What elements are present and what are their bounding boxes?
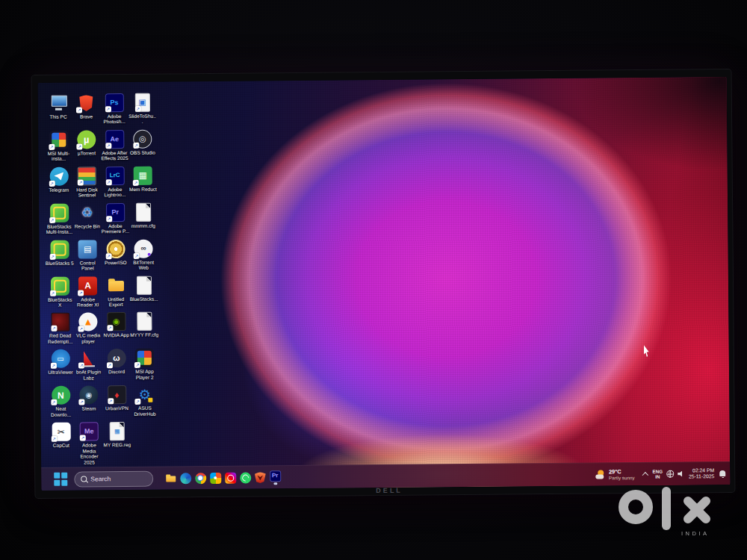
desktop-icon-bluestacks-x[interactable]: ↗BlueStacks X [46, 276, 74, 308]
desktop-icon-steam[interactable]: ◉↗Steam [75, 385, 103, 411]
premiere-pro-icon: Pr [270, 470, 281, 482]
taskbar-icon-whatsapp[interactable] [238, 468, 252, 488]
desktop-icon-bluestacks-file[interactable]: BlueStacks... [129, 276, 158, 302]
desktop-icon-bluestacks-multi[interactable]: ↗BlueStacks Multi-Insta... [45, 203, 73, 234]
desktop-icon-mem-reduct[interactable]: ▦↗Mem Reduct [128, 166, 157, 192]
desktop-icon-control-panel[interactable]: ▤Control Panel [73, 240, 102, 271]
desktop-icon-ultraviewer[interactable]: ▭↗UltraViewer [46, 349, 75, 376]
desktop-icon-this-pc[interactable]: This PC [44, 94, 72, 120]
shortcut-arrow-icon: ↗ [51, 399, 57, 405]
desktop-icon-adobe-after-effects[interactable]: Ae↗Adobe After Effects 2025 [100, 130, 128, 161]
taskbar-icon-photos[interactable] [208, 468, 222, 488]
monitor: This PC↗BravePs↗Adobe Photosh...▣↗SlideT… [31, 69, 736, 499]
desktop-icon-obs-studio[interactable]: ◎↗OBS Studio [128, 130, 157, 156]
desktop-icon-bittorrent-web[interactable]: ∞↗BitTorrent Web [129, 239, 158, 270]
taskbar-icon-edge[interactable] [179, 468, 192, 488]
search-input[interactable]: Search [74, 470, 153, 487]
desktop-icon-urbanvpn[interactable]: ♦↗UrbanVPN [102, 385, 131, 411]
desktop-icon-label: Recycle Bin [75, 223, 100, 229]
shortcut-arrow-icon: ↗ [133, 143, 139, 149]
shortcut-arrow-icon: ↗ [134, 362, 140, 368]
notification-bell-icon[interactable] [719, 470, 725, 476]
shortcut-arrow-icon: ↗ [49, 181, 55, 187]
edge-icon [180, 473, 191, 484]
language-indicator[interactable]: ENG IN [652, 468, 663, 479]
desktop-icon-adobe-premiere[interactable]: Pr↗Adobe Premiere P... [101, 203, 129, 234]
desktop-icon-asus-driverhub[interactable]: ⚙↗ASUS DriverHub [131, 385, 159, 417]
taskbar-icon-security-app[interactable] [253, 467, 267, 487]
network-icon[interactable] [666, 470, 674, 478]
desktop-icon-utorrent[interactable]: µ↗µTorrent [72, 130, 101, 156]
desktop-icon-adobe-reader-xi[interactable]: A↗Adobe Reader XI [73, 276, 102, 308]
shortcut-arrow-icon: ↗ [49, 217, 55, 223]
weather-widget[interactable]: 29°C Partly sunny [595, 468, 635, 481]
desktop-icon-mmmm-cfg[interactable]: mmmm.cfg [129, 202, 158, 228]
desktop-icon-telegram[interactable]: ↗Telegram [45, 167, 73, 193]
tray-overflow-chevron-icon[interactable] [642, 472, 648, 478]
desktop-icon-vlc-media-player[interactable]: ▲↗VLC media player [74, 313, 102, 344]
shortcut-arrow-icon: ↗ [51, 326, 57, 332]
desktop-icon-label: Mem Reduct [129, 186, 157, 192]
desktop-icon-boat-plugin-labz[interactable]: ↗boAt Plugin Labz [74, 349, 102, 381]
monitor-brand-logo: DELL [376, 487, 403, 494]
vlc-media-player-icon: ▲↗ [78, 313, 97, 332]
taskbar-icon-premiere-pro[interactable]: Pr [268, 467, 282, 487]
bittorrent-web-icon: ∞↗ [134, 239, 152, 258]
instagram-icon [225, 472, 236, 483]
desktop-icon-nvidia-app[interactable]: ◉↗NVIDIA App [102, 312, 130, 338]
nvidia-app-icon: ◉↗ [107, 312, 125, 331]
desktop-icon-untitled-export[interactable]: Untitled Export [102, 276, 130, 307]
start-button[interactable] [53, 472, 68, 487]
shortcut-arrow-icon: ↗ [134, 252, 140, 258]
adobe-after-effects-icon: Ae↗ [105, 130, 124, 149]
desktop-icon-discord[interactable]: ω↗Discord [102, 349, 131, 375]
clock[interactable]: 02:24 PM 25-11-2025 [689, 467, 714, 480]
desktop-icon-msi-multi-instance[interactable]: ↗MSI Multi-insta... [44, 131, 72, 162]
desktop-icon-label: Red Dead Redempti... [46, 333, 75, 344]
running-indicator [273, 482, 277, 485]
neat-download-icon: N↗ [52, 386, 70, 405]
shortcut-arrow-icon: ↗ [106, 362, 112, 368]
shortcut-arrow-icon: ↗ [50, 290, 56, 296]
desktop-icon-slidetoshu[interactable]: ▣↗SlideToShu... [128, 93, 156, 125]
desktop-icon-my-reg[interactable]: ▦MY REG.reg [103, 422, 131, 448]
desktop-icon-label: BlueStacks... [130, 296, 158, 302]
adobe-premiere-icon: Pr↗ [106, 203, 125, 222]
shortcut-arrow-icon: ↗ [78, 399, 84, 405]
desktop-icon-recycle-bin[interactable]: ♻Recycle Bin [73, 203, 102, 229]
shortcut-arrow-icon: ↗ [80, 435, 86, 441]
desktop-icon-label: Hard Disk Sentinel [72, 187, 101, 198]
shortcut-arrow-icon: ↗ [107, 326, 113, 332]
weather-description: Partly sunny [609, 475, 635, 481]
whatsapp-icon [240, 472, 251, 483]
taskbar-icon-chrome[interactable] [193, 468, 207, 488]
desktop-icon-capcut[interactable]: ✂↗CapCut [47, 423, 75, 449]
desktop-icon-red-dead-redemption[interactable]: ↗Red Dead Redempti... [46, 313, 74, 344]
shortcut-arrow-icon: ↗ [78, 326, 84, 332]
taskbar-icon-file-explorer[interactable] [164, 468, 177, 488]
adobe-reader-xi-icon: A↗ [78, 276, 97, 295]
desktop-icon-adobe-photoshop[interactable]: Ps↗Adobe Photosh... [100, 93, 128, 125]
shortcut-arrow-icon: ↗ [105, 179, 111, 185]
bluestacks-file-icon [136, 276, 151, 294]
desktop-icon-label: BlueStacks Multi-Insta... [45, 223, 73, 234]
system-tray: 29°C Partly sunny ENG IN 02:24 PM 25-11-… [595, 462, 731, 486]
bluestacks-multi-icon: ↗ [50, 203, 69, 222]
desktop-icon-poweriso[interactable]: ↗PowerISO [101, 240, 129, 266]
desktop-icon-adobe-lightroom[interactable]: LrC↗Adobe Lightroo... [101, 167, 129, 198]
myyy-ff-cfg-icon [137, 312, 152, 331]
language-line1: ENG [652, 468, 662, 474]
desktop-icon-msi-app-player-2[interactable]: ↗MSI App Player 2 [130, 349, 158, 380]
desktop-icon-hard-disk-sentinel[interactable]: ↗Hard Disk Sentinel [72, 167, 101, 198]
desktop-icon-adobe-media-encoder[interactable]: Me↗Adobe Media Encoder 2025 [75, 422, 103, 464]
desktop-icon-brave[interactable]: ↗Brave [72, 93, 100, 119]
desktop-icon-bluestacks-5[interactable]: ↗BlueStacks 5 [45, 240, 73, 266]
volume-icon[interactable] [678, 470, 685, 477]
bluestacks-x-icon: ↗ [50, 276, 69, 295]
weather-temp: 29°C [609, 468, 635, 475]
desktop-icon-neat-download[interactable]: N↗Neat Downlo... [46, 386, 75, 417]
taskbar-icon-instagram[interactable] [223, 468, 237, 488]
mem-reduct-icon: ▦↗ [134, 166, 152, 184]
desktop-icon-label: Telegram [49, 187, 69, 193]
desktop-icon-myyy-ff-cfg[interactable]: MYYY FF.cfg [130, 312, 158, 338]
